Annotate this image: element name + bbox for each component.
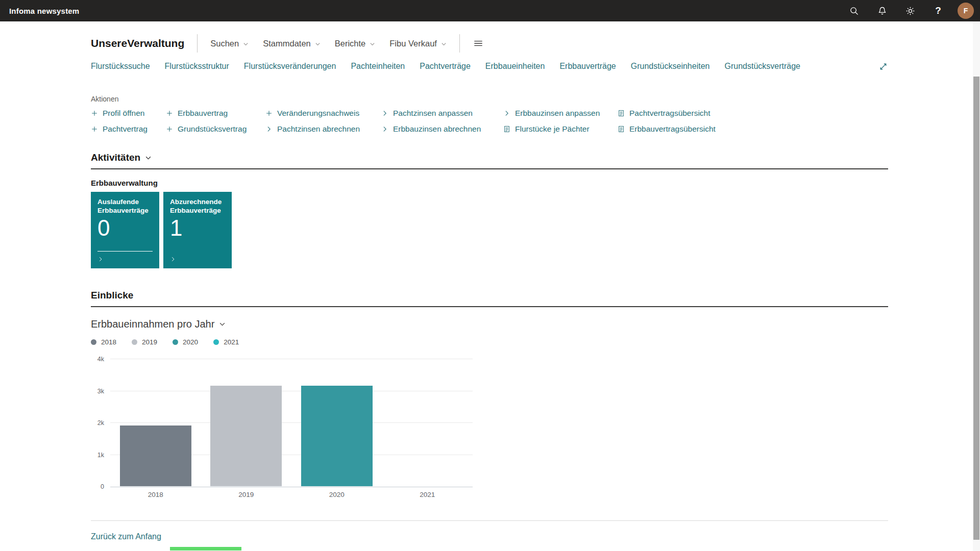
legend-item-2019[interactable]: 2019 (132, 338, 157, 346)
help-icon[interactable]: ? (929, 2, 947, 19)
action-erbbauvertrag[interactable]: Erbbauvertrag (166, 107, 265, 120)
report-icon (618, 110, 625, 117)
legend-dot (213, 339, 219, 345)
action-label: Profil öffnen (103, 109, 144, 118)
report-icon (618, 126, 625, 133)
cue-tile-auslaufende-erbbauvertrage[interactable]: Auslaufende Erbbauverträge0 (91, 192, 159, 268)
menu-label: Fibu Verkauf (389, 39, 437, 48)
search-icon[interactable] (845, 2, 863, 19)
gridline (110, 422, 473, 423)
y-tick-label: 3k (97, 387, 104, 395)
activities-heading: Aktivitäten (91, 152, 888, 163)
company-name[interactable]: UnsereVerwaltung (91, 37, 184, 49)
plus-icon (91, 110, 98, 117)
action-column: PachtvertragsübersichtErbbauvertragsüber… (618, 107, 716, 136)
legend-item-2020[interactable]: 2020 (173, 338, 198, 346)
action-erbbauzinsen-anpassen[interactable]: Erbbauzinsen anpassen (503, 107, 618, 120)
legend-item-2018[interactable]: 2018 (91, 338, 116, 346)
chevron-down-icon[interactable] (219, 321, 226, 328)
action-label: Pachtvertragsübersicht (629, 109, 710, 118)
x-tick-label: 2020 (291, 491, 382, 498)
activities-title: Aktivitäten (91, 152, 140, 163)
topbar-actions: ? F (845, 2, 974, 19)
scrollbar-track[interactable] (973, 21, 980, 551)
action-column: Erbbauzinsen anpassenFlurstücke je Pächt… (503, 107, 618, 136)
cue-group-title: Erbbauverwaltung (91, 179, 888, 187)
nav-link-grundstuckseinheiten[interactable]: Grundstückseinheiten (631, 62, 710, 71)
legend-item-2021[interactable]: 2021 (213, 338, 239, 346)
x-tick-label: 2021 (382, 491, 473, 498)
y-tick-label: 4k (97, 355, 104, 363)
nav-link-grundstucksvertrage[interactable]: Grundstücksverträge (724, 62, 800, 71)
hamburger-icon[interactable] (473, 38, 484, 49)
action-label: Erbbauvertragsübersicht (629, 124, 716, 134)
nav-link-flurstuckssuche[interactable]: Flurstückssuche (91, 62, 150, 71)
action-label: Erbbauzinsen anpassen (515, 109, 600, 118)
avatar[interactable]: F (958, 3, 974, 19)
insights-heading: Einblicke (91, 290, 888, 301)
divider (197, 34, 198, 53)
action-veranderungsnachweis[interactable]: Veränderungsnachweis (265, 107, 381, 120)
settings-icon[interactable] (901, 2, 919, 19)
action-label: Pachtzinsen abrechnen (277, 124, 360, 134)
gridline (110, 359, 473, 359)
bar-2019[interactable] (210, 386, 282, 486)
menu-suchen[interactable]: Suchen (210, 39, 249, 48)
action-flurstucke-je-pachter[interactable]: Flurstücke je Pächter (503, 122, 618, 136)
bar-2020[interactable] (301, 386, 373, 486)
chevron-right-icon (381, 126, 388, 133)
menu-label: Berichte (335, 39, 366, 48)
action-erbbauvertragsubersicht[interactable]: Erbbauvertragsübersicht (618, 122, 716, 136)
nav-links: FlurstückssucheFlurstücksstrukturFlurstü… (91, 62, 800, 71)
section-divider (91, 306, 888, 307)
scrollbar-thumb[interactable] (973, 77, 979, 540)
expand-diagonal-icon[interactable] (878, 62, 888, 71)
actions-label: Aktionen (91, 95, 888, 103)
chart-title: Erbbaueinnahmen pro Jahr (91, 318, 214, 330)
nav-link-pachteinheiten[interactable]: Pachteinheiten (351, 62, 405, 71)
action-label: Veränderungsnachweis (277, 109, 359, 118)
nav-link-flurstucksveranderungen[interactable]: Flurstücksveränderungen (244, 62, 336, 71)
chevron-right-icon (97, 256, 153, 262)
action-label: Erbbauzinsen abrechnen (393, 124, 481, 134)
action-pachtvertrag[interactable]: Pachtvertrag (91, 122, 166, 136)
nav-link-erbbaueinheiten[interactable]: Erbbaueinheiten (485, 62, 545, 71)
app-header: UnsereVerwaltung SuchenStammdatenBericht… (91, 33, 888, 54)
chevron-down-icon[interactable] (145, 155, 152, 161)
spacer (97, 240, 153, 251)
bar-2018[interactable] (120, 425, 191, 486)
action-pachtzinsen-abrechnen[interactable]: Pachtzinsen abrechnen (265, 122, 381, 136)
nav-link-flurstucksstruktur[interactable]: Flurstücksstruktur (165, 62, 229, 71)
y-tick-label: 1k (97, 451, 104, 459)
legend-label: 2021 (224, 338, 239, 346)
chevron-right-icon (170, 256, 225, 262)
menu-label: Stammdaten (263, 39, 311, 48)
action-pachtvertragsubersicht[interactable]: Pachtvertragsübersicht (618, 107, 716, 120)
action-grundstucksvertrag[interactable]: Grundstücksvertrag (166, 122, 265, 136)
cue-tiles: Auslaufende Erbbauverträge0Abzurechnende… (91, 192, 888, 268)
menu-fibu-verkauf[interactable]: Fibu Verkauf (389, 39, 447, 48)
menu-label: Suchen (210, 39, 239, 48)
nav-link-erbbauvertrage[interactable]: Erbbauverträge (559, 62, 616, 71)
chart-legend: 2018201920202021 (91, 338, 888, 346)
action-erbbauzinsen-abrechnen[interactable]: Erbbauzinsen abrechnen (381, 122, 503, 136)
legend-dot (91, 339, 96, 345)
report-icon (503, 126, 510, 133)
y-tick-label: 2k (97, 419, 104, 427)
tile-value: 1 (170, 216, 225, 240)
back-to-top-link[interactable]: Zurück zum Anfang (91, 532, 161, 541)
y-tick-label: 0 (101, 483, 104, 491)
chevron-right-icon (503, 110, 510, 117)
notifications-icon[interactable] (873, 2, 891, 19)
action-profil-offnen[interactable]: Profil öffnen (91, 107, 166, 120)
header-menus: SuchenStammdatenBerichteFibu Verkauf (210, 39, 447, 48)
menu-berichte[interactable]: Berichte (335, 39, 376, 48)
menu-stammdaten[interactable]: Stammdaten (263, 39, 321, 48)
action-pachtzinsen-anpassen[interactable]: Pachtzinsen anpassen (381, 107, 503, 120)
nav-link-pachtvertrage[interactable]: Pachtverträge (420, 62, 471, 71)
cue-tile-abzurechnende-erbbauvertrage[interactable]: Abzurechnende Erbbauverträge1 (163, 192, 232, 268)
tile-indicator (97, 251, 153, 252)
spacer (170, 240, 225, 252)
tile-label: Abzurechnende Erbbauverträge (170, 197, 225, 215)
chevron-right-icon (265, 126, 273, 133)
